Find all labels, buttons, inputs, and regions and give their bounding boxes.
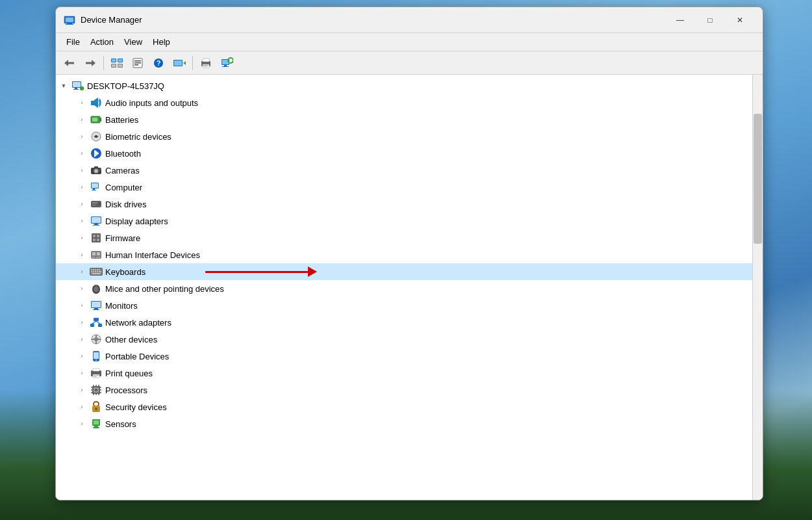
svg-rect-67 xyxy=(93,235,95,237)
svg-rect-29 xyxy=(203,66,207,66)
svg-rect-56 xyxy=(93,188,95,190)
update-driver-button[interactable] xyxy=(170,54,189,72)
svg-rect-108 xyxy=(94,352,99,359)
expand-security[interactable]: › xyxy=(77,402,87,412)
print-button[interactable] xyxy=(196,54,216,72)
svg-rect-26 xyxy=(203,58,209,62)
expand-portable[interactable]: › xyxy=(77,351,87,361)
expand-firmware[interactable]: › xyxy=(77,233,87,243)
tree-item-print[interactable]: › Print queues xyxy=(56,365,752,382)
tree-item-audio[interactable]: › Audio inputs and outputs xyxy=(56,94,752,111)
menu-action[interactable]: Action xyxy=(85,36,119,48)
svg-rect-135 xyxy=(94,421,99,424)
svg-rect-18 xyxy=(134,62,141,64)
tree-item-monitors[interactable]: › Monitors xyxy=(56,297,752,314)
expand-mice[interactable]: › xyxy=(77,283,87,294)
tree-item-processors[interactable]: › xyxy=(56,382,752,398)
svg-rect-60 xyxy=(92,205,96,205)
menu-bar: File Action View Help xyxy=(56,33,763,51)
forward-button[interactable] xyxy=(81,54,100,72)
expand-biometric[interactable]: › xyxy=(77,131,87,142)
expand-processors[interactable]: › xyxy=(77,385,87,395)
expand-sensors[interactable]: › xyxy=(77,419,87,429)
svg-rect-39 xyxy=(73,89,79,90)
tree-item-disk[interactable]: › Disk drives xyxy=(56,196,752,213)
tree-item-firmware[interactable]: › Firmware xyxy=(56,229,752,246)
bluetooth-label: Bluetooth xyxy=(105,149,141,159)
collapse-arrow[interactable]: ▼ xyxy=(58,81,69,91)
svg-rect-80 xyxy=(95,269,96,270)
svg-line-100 xyxy=(96,321,100,324)
svg-rect-133 xyxy=(96,410,97,411)
scrollbar-thumb[interactable] xyxy=(754,114,762,244)
tree-item-hid[interactable]: › Human Interface Devices xyxy=(56,246,752,263)
other-icon xyxy=(90,333,103,346)
print-icon xyxy=(90,367,103,380)
svg-rect-82 xyxy=(99,269,100,270)
toolbar-separator-2 xyxy=(192,56,193,70)
scan-hardware-button[interactable] xyxy=(217,54,236,72)
tree-item-bluetooth[interactable]: › Bluetooth xyxy=(56,145,752,162)
tree-item-computer[interactable]: › Computer xyxy=(56,179,752,196)
svg-rect-137 xyxy=(93,427,99,428)
expand-audio[interactable]: › xyxy=(77,98,87,108)
svg-rect-38 xyxy=(75,88,77,89)
expand-disk[interactable]: › xyxy=(77,199,87,209)
svg-rect-23 xyxy=(174,60,182,66)
tree-item-network[interactable]: › Network adapters xyxy=(56,314,752,331)
tree-item-biometric[interactable]: › Biometric devices xyxy=(56,128,752,145)
expand-display[interactable]: › xyxy=(77,216,87,226)
svg-rect-52 xyxy=(94,166,98,168)
print-label: Print queues xyxy=(105,369,153,378)
expand-batteries[interactable]: › xyxy=(77,114,87,125)
svg-rect-114 xyxy=(94,376,97,377)
tree-item-sensors[interactable]: › Sensors xyxy=(56,415,752,432)
maximize-button[interactable]: □ xyxy=(695,10,725,31)
help-button[interactable]: ? xyxy=(149,54,168,72)
svg-rect-84 xyxy=(93,271,94,272)
tree-item-keyboards[interactable]: › xyxy=(56,263,752,280)
expand-bluetooth[interactable]: › xyxy=(77,148,87,159)
svg-rect-15 xyxy=(118,64,122,67)
tree-panel[interactable]: ▼ DESKTOP-4L537JQ › xyxy=(56,75,752,500)
menu-help[interactable]: Help xyxy=(147,36,175,48)
tree-item-display[interactable]: › Display adapters xyxy=(56,213,752,229)
svg-point-47 xyxy=(95,135,97,138)
computer-label: Computer xyxy=(105,183,142,192)
svg-rect-95 xyxy=(93,309,99,310)
svg-rect-3 xyxy=(66,24,73,25)
expand-other[interactable]: › xyxy=(77,334,87,344)
expand-computer[interactable]: › xyxy=(77,182,87,192)
svg-rect-136 xyxy=(94,426,98,427)
tree-item-security[interactable]: › Security devices xyxy=(56,398,752,415)
keyboards-label: Keyboards xyxy=(105,267,146,277)
svg-rect-63 xyxy=(92,217,101,223)
expand-network[interactable]: › xyxy=(77,317,87,328)
menu-file[interactable]: File xyxy=(61,36,85,48)
tree-item-batteries[interactable]: › Batteries xyxy=(56,111,752,128)
tree-item-other[interactable]: › Other devices xyxy=(56,331,752,348)
svg-rect-1 xyxy=(66,18,73,22)
tree-item-cameras[interactable]: › Cameras xyxy=(56,162,752,179)
properties-button[interactable] xyxy=(128,54,147,72)
expand-keyboards[interactable]: › xyxy=(77,266,87,277)
expand-monitors[interactable]: › xyxy=(77,300,87,311)
svg-rect-17 xyxy=(134,60,141,62)
svg-rect-75 xyxy=(96,257,100,258)
tree-item-portable[interactable]: › Portable Devices xyxy=(56,348,752,365)
close-button[interactable]: ✕ xyxy=(725,10,755,31)
back-button[interactable] xyxy=(60,54,79,72)
minimize-button[interactable]: — xyxy=(665,10,695,31)
expand-print[interactable]: › xyxy=(77,368,87,378)
tree-item-mice[interactable]: › Mice and other pointing devices xyxy=(56,280,752,297)
monitors-label: Monitors xyxy=(105,301,138,311)
svg-rect-73 xyxy=(97,252,100,255)
svg-point-102 xyxy=(94,337,98,341)
computer-view-button[interactable] xyxy=(107,54,127,72)
tree-root-item[interactable]: ▼ DESKTOP-4L537JQ xyxy=(56,77,752,94)
expand-cameras[interactable]: › xyxy=(77,165,87,176)
title-bar: Device Manager — □ ✕ xyxy=(56,7,763,33)
scrollbar[interactable] xyxy=(752,75,763,500)
menu-view[interactable]: View xyxy=(119,36,147,48)
expand-hid[interactable]: › xyxy=(77,250,87,260)
